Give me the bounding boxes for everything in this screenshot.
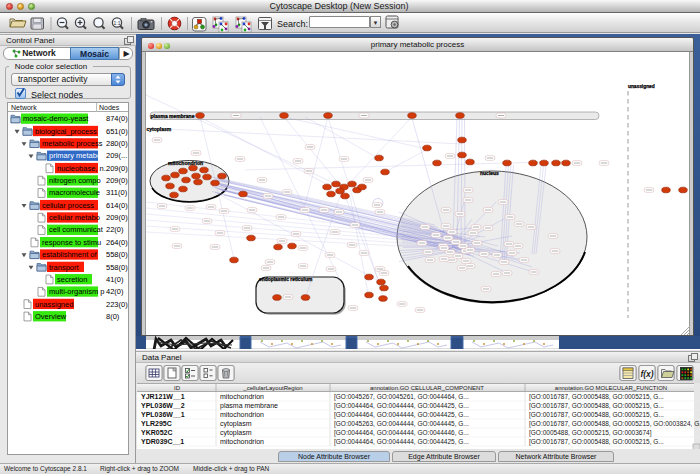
svg-text:endoplasmic reticulum: endoplasmic reticulum <box>259 277 313 282</box>
svg-text:establishment of: establishment of <box>42 250 98 259</box>
svg-text:cell communicat: cell communicat <box>49 225 104 234</box>
svg-text:cytoplasm: cytoplasm <box>147 126 172 132</box>
svg-text:plasma membrane: plasma membrane <box>220 402 278 410</box>
svg-text:8(0): 8(0) <box>106 312 120 321</box>
svg-text:[GO:0016787, GO:0005488, GO:00: [GO:0016787, GO:0005488, GO:0005215, G..… <box>529 402 664 410</box>
svg-text:874(0): 874(0) <box>106 114 128 123</box>
svg-text:cytoplasm: cytoplasm <box>220 420 252 428</box>
svg-text:_cellularLayoutRegion: _cellularLayoutRegion <box>242 385 302 391</box>
svg-text:metabolic process: metabolic process <box>42 139 103 148</box>
svg-text:annotation.GO MOLECULAR_FUNCTI: annotation.GO MOLECULAR_FUNCTION <box>555 385 667 391</box>
svg-text:mitochondrion: mitochondrion <box>220 438 264 445</box>
svg-text:[GO:0016787, GO:0005488, GO:00: [GO:0016787, GO:0005488, GO:0005215, G..… <box>529 393 664 401</box>
svg-text:Search:: Search: <box>277 19 308 29</box>
svg-text:nucleus: nucleus <box>480 170 499 176</box>
svg-text:mitochondrion: mitochondrion <box>220 411 264 418</box>
svg-text:[GO:0045267, GO:0045261, GO:00: [GO:0045267, GO:0045261, GO:0044464, G..… <box>334 393 469 401</box>
svg-text:YJR121W__1: YJR121W__1 <box>141 393 185 400</box>
svg-text:transport: transport <box>49 263 80 272</box>
svg-text:mitochondrion: mitochondrion <box>220 393 264 400</box>
svg-text:YDR039C__1: YDR039C__1 <box>141 438 184 445</box>
svg-text:f(x): f(x) <box>640 369 653 379</box>
svg-text:ID: ID <box>174 385 181 391</box>
svg-text:macromolecule: macromolecule <box>49 188 100 197</box>
svg-text:cellular metabo: cellular metabo <box>49 213 100 222</box>
svg-text:41(0): 41(0) <box>106 275 124 284</box>
svg-text:22(0): 22(0) <box>106 225 124 234</box>
svg-text:[GO:0045263, GO:0044444, GO:00: [GO:0045263, GO:0044444, GO:0044445, G..… <box>334 420 469 428</box>
svg-text:plasma membrane: plasma membrane <box>151 113 195 119</box>
svg-text:558(0): 558(0) <box>106 263 128 272</box>
svg-text:nucleobase, n...: nucleobase, n... <box>57 164 110 173</box>
svg-text:209(0): 209(0) <box>106 176 128 185</box>
svg-text:nitrogen compo: nitrogen compo <box>49 176 101 185</box>
svg-text:[GO:0044464, GO:0044444, GO:00: [GO:0044464, GO:0044444, GO:0044425, G..… <box>334 438 469 446</box>
svg-text:[GO:0044464, GO:0044444, GO:00: [GO:0044464, GO:0044444, GO:0044425, G..… <box>334 402 469 410</box>
svg-text:[GO:0044464, GO:0044444, GO:00: [GO:0044464, GO:0044444, GO:0044446, G..… <box>334 429 469 437</box>
svg-text:264(0): 264(0) <box>106 238 128 247</box>
svg-text:42(0): 42(0) <box>106 287 124 296</box>
svg-text:YPL036W__2: YPL036W__2 <box>141 402 185 409</box>
svg-text:cellular process: cellular process <box>42 201 94 210</box>
svg-text:unassigned: unassigned <box>628 84 655 89</box>
svg-text:209(0): 209(0) <box>106 213 128 222</box>
svg-text:558(0): 558(0) <box>106 250 128 259</box>
svg-text:biological_process: biological_process <box>35 127 97 136</box>
svg-text:response to stimu: response to stimu <box>42 238 101 247</box>
svg-text:YPL036W__1: YPL036W__1 <box>141 411 185 418</box>
svg-text:311(0): 311(0) <box>106 188 128 197</box>
svg-text:YKR052C: YKR052C <box>141 429 173 436</box>
svg-text:[GO:0005488, GO:0005215, GO:00: [GO:0005488, GO:0005215, GO:0003674] <box>529 429 652 437</box>
svg-text:[GO:0016787, GO:0005488, GO:00: [GO:0016787, GO:0005488, GO:0005215, GO:… <box>529 420 700 428</box>
svg-text:unassigned: unassigned <box>35 300 73 309</box>
svg-text:209(0): 209(0) <box>106 164 128 173</box>
svg-text:mitochondrion: mitochondrion <box>168 160 203 166</box>
svg-text:mosaic-demo-yeast: mosaic-demo-yeast <box>23 114 89 123</box>
svg-text:280(0): 280(0) <box>106 139 128 148</box>
svg-text:[GO:0016787, GO:0005488, GO:00: [GO:0016787, GO:0005488, GO:0005215, G..… <box>529 411 664 419</box>
svg-text:223(0): 223(0) <box>106 300 128 309</box>
svg-text:651(0): 651(0) <box>106 127 128 136</box>
svg-text:[GO:0016787, GO:0005488, GO:00: [GO:0016787, GO:0005488, GO:0005215, G..… <box>529 438 664 446</box>
svg-text:209(...: 209(... <box>106 151 127 160</box>
svg-text:annotation.GO CELLULAR_COMPONE: annotation.GO CELLULAR_COMPONENT <box>370 385 484 391</box>
svg-text:multi-organism p: multi-organism p <box>49 287 104 296</box>
svg-text:614(0): 614(0) <box>106 201 128 210</box>
svg-text:secretion: secretion <box>57 275 87 284</box>
svg-text:cytoplasm: cytoplasm <box>220 429 252 437</box>
svg-text:primary metabo: primary metabo <box>49 151 101 160</box>
svg-text:Overview: Overview <box>35 312 67 321</box>
svg-text:YLR295C: YLR295C <box>141 420 172 427</box>
svg-text:1:1: 1:1 <box>114 20 121 26</box>
svg-text:[GO:0044464, GO:0044444, GO:00: [GO:0044464, GO:0044444, GO:0044425, G..… <box>334 411 469 419</box>
